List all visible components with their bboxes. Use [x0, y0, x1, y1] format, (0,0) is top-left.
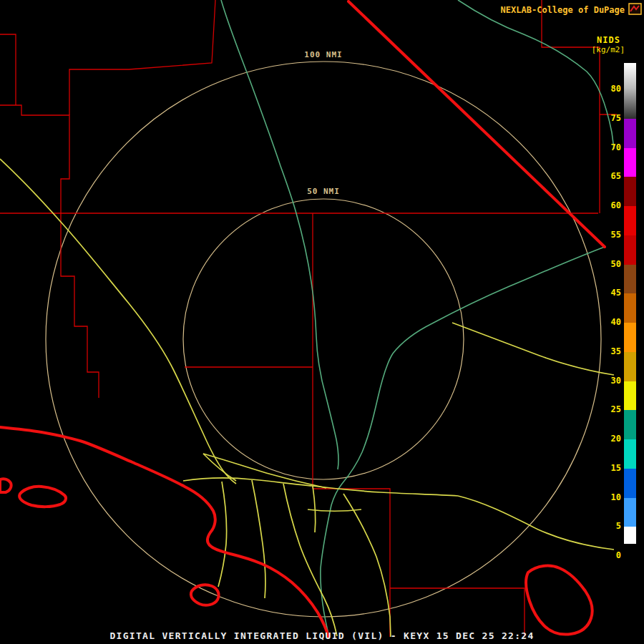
county-line	[0, 105, 69, 213]
colorbar-tick-label: 10	[600, 492, 621, 502]
colorbar-segment	[624, 206, 636, 235]
rivers-layer	[221, 0, 614, 637]
highways-layer	[0, 159, 614, 637]
radar-display-page: { "header": { "source": "NEXLAB-College …	[0, 0, 644, 644]
highway-line	[0, 159, 236, 484]
colorbar-tick-label: 50	[600, 259, 621, 269]
colorbar-segment	[624, 265, 636, 294]
river-line	[221, 0, 338, 469]
coastline	[0, 427, 328, 637]
range-ring-50nmi	[183, 199, 464, 479]
colorbar-tick-label: 30	[600, 376, 621, 386]
colorbar-tick-label: 25	[600, 404, 621, 414]
county-line	[69, 0, 215, 115]
header-source-label: NEXLAB-College of DuPage	[501, 5, 625, 15]
county-line	[390, 588, 525, 637]
colorbar-segment	[624, 527, 636, 544]
radar-map	[0, 0, 644, 644]
colorbar-segment	[624, 352, 636, 381]
colorbar-segment	[624, 544, 636, 567]
colorbar-tick-label: 45	[600, 288, 621, 298]
colorbar-tick-label: 35	[600, 346, 621, 356]
colorbar-segment	[624, 63, 636, 119]
range-label-50nmi: 50 NMI	[304, 187, 343, 196]
river-line	[458, 0, 614, 149]
county-line	[61, 213, 99, 398]
island-outline	[0, 479, 11, 492]
state-border-line	[348, 1, 605, 247]
highway-line	[313, 486, 316, 532]
highway-line	[218, 482, 227, 587]
range-ring-100nmi	[46, 62, 601, 617]
colorbar-tick-label: 0	[600, 550, 621, 560]
highway-line	[283, 484, 337, 636]
colorbar-segment	[624, 177, 636, 206]
colorbar-segment	[624, 381, 636, 411]
colorbar-title: NIDS	[597, 35, 620, 45]
colorbar-segment	[624, 148, 636, 177]
colorbar-tick-label: 75	[600, 113, 621, 123]
island-outline	[19, 487, 66, 507]
product-caption: DIGITAL VERTICALLY INTEGRATED LIQUID (VI…	[0, 630, 644, 641]
range-label-100nmi: 100 NMI	[301, 50, 345, 59]
highway-line	[252, 480, 265, 598]
highway-line	[203, 454, 236, 481]
highway-line	[458, 496, 614, 550]
colorbar-tick-label: 60	[600, 200, 621, 210]
colorbar-tick-label: 65	[600, 171, 621, 181]
colorbar-segment	[624, 498, 636, 527]
colorbar-tick-label: 70	[600, 142, 621, 152]
colorbar-tick-label: 5	[600, 521, 621, 531]
highway-line	[452, 323, 614, 375]
county-borders-layer	[0, 0, 617, 637]
island-outline	[526, 566, 592, 635]
range-rings-layer	[46, 62, 601, 617]
colorbar-segment	[624, 119, 636, 148]
colorbar-tick-label: 55	[600, 230, 621, 240]
river-line	[321, 247, 605, 637]
colorbar-segment	[624, 293, 636, 323]
colorbar-bar	[624, 63, 636, 567]
colorbar-tick-label: 20	[600, 434, 621, 444]
colorbar-segment	[624, 323, 636, 352]
colorbar-tick-label: 40	[600, 317, 621, 327]
colorbar: 80757065605550454035302520151050	[624, 63, 636, 567]
colorbar-segment	[624, 235, 636, 265]
colorbar-tick-label: 80	[600, 84, 621, 94]
colorbar-tick-label: 15	[600, 463, 621, 473]
nexlab-logo-icon	[628, 3, 642, 15]
colorbar-units-label: [kg/m2]	[592, 45, 625, 54]
colorbar-segment	[624, 469, 636, 498]
colorbar-segment	[624, 439, 636, 469]
colorbar-segment	[624, 410, 636, 439]
county-line	[0, 34, 16, 105]
